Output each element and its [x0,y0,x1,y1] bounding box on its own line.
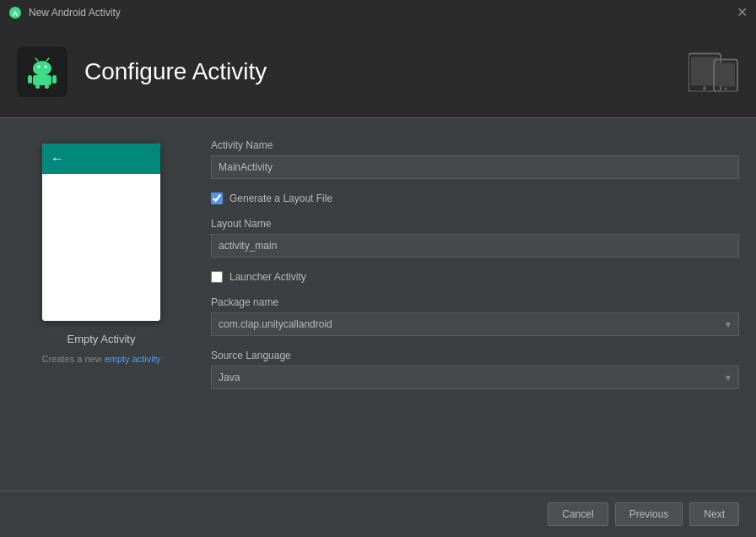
phone-toolbar: ← [42,144,160,174]
next-button[interactable]: Next [689,502,739,526]
title-bar-text: New Android Activity [29,7,121,19]
footer: Cancel Previous Next [0,491,756,537]
svg-point-5 [45,65,47,68]
generate-layout-label[interactable]: Generate a Layout File [230,193,332,204]
svg-point-18 [725,87,727,90]
layout-name-label: Layout Name [211,218,739,230]
svg-rect-17 [716,62,735,86]
svg-rect-9 [28,75,32,84]
source-language-label: Source Language [211,350,739,361]
launcher-activity-checkbox[interactable] [211,271,223,283]
package-name-select[interactable]: com.clap.unitycallandroid [211,312,739,336]
main-content: ← Empty Activity Creates a new empty act… [0,118,756,491]
svg-text:A: A [13,9,19,18]
empty-activity-link[interactable]: empty activity [105,354,161,364]
header: Configure Activity [0,25,756,118]
package-name-wrapper: com.clap.unitycallandroid ▼ [211,312,739,336]
back-arrow-icon: ← [51,151,64,166]
layout-name-group: Layout Name [211,218,739,258]
phone-body [42,174,160,321]
right-panel: Activity Name Generate a Layout File Lay… [211,135,739,474]
activity-name-group: Activity Name [211,139,739,179]
previous-button[interactable]: Previous [615,502,683,526]
preview-description: Creates a new empty activity [42,354,161,364]
svg-point-15 [703,86,706,90]
activity-type-label: Empty Activity [68,333,136,345]
svg-point-4 [38,65,40,68]
svg-rect-10 [52,75,57,84]
svg-rect-12 [45,84,49,89]
generate-layout-row: Generate a Layout File [211,193,739,204]
left-panel: ← Empty Activity Creates a new empty act… [17,135,186,474]
cancel-button[interactable]: Cancel [548,502,608,526]
header-logo [17,46,68,97]
activity-name-label: Activity Name [211,139,739,151]
activity-name-input[interactable] [211,155,739,179]
source-language-group: Source Language Java Kotlin ▼ [211,350,739,389]
svg-rect-11 [35,84,40,89]
launcher-activity-label[interactable]: Launcher Activity [230,271,306,283]
package-name-group: Package name com.clap.unitycallandroid ▼ [211,296,739,336]
source-language-select[interactable]: Java Kotlin [211,366,739,389]
package-name-label: Package name [211,296,739,308]
android-small-icon: A [8,6,22,19]
phone-preview: ← [42,144,160,321]
close-button[interactable]: ✕ [737,6,748,19]
source-language-wrapper: Java Kotlin ▼ [211,366,739,389]
generate-layout-checkbox[interactable] [211,193,223,204]
launcher-activity-row: Launcher Activity [211,271,739,283]
android-logo-icon [24,53,61,90]
layout-name-input[interactable] [211,234,739,258]
svg-rect-8 [33,75,51,85]
title-bar: A New Android Activity ✕ [0,0,756,25]
description-text: Creates a new [42,354,102,364]
page-title: Configure Activity [84,58,267,85]
device-icon [688,49,739,94]
svg-point-3 [33,61,51,76]
